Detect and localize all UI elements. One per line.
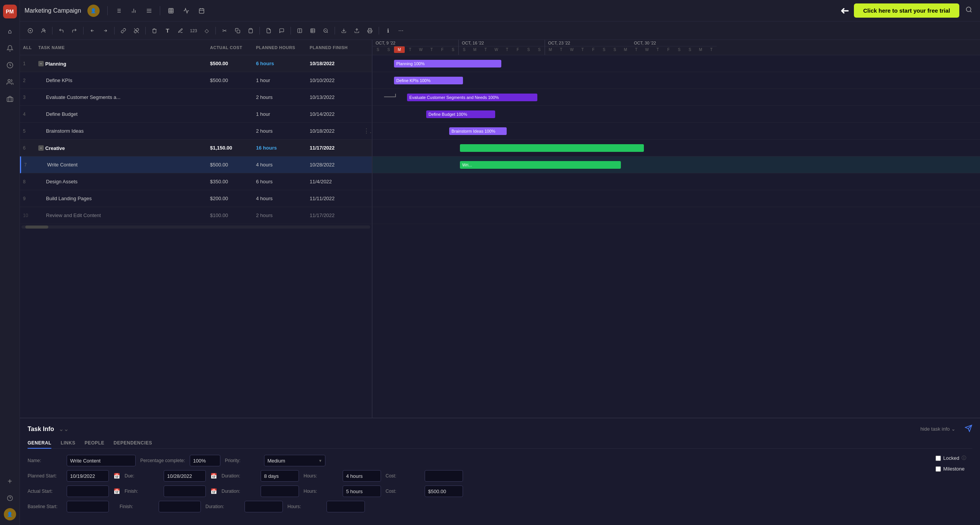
unlink-button[interactable] bbox=[131, 25, 142, 36]
add-task-button[interactable] bbox=[25, 25, 36, 36]
gantt-bar-planning[interactable]: Planning 100% bbox=[394, 60, 501, 67]
finish-input-2[interactable] bbox=[159, 501, 201, 512]
add-person-button[interactable] bbox=[38, 25, 49, 36]
gantt-bar-segments[interactable]: Evaluate Customer Segments and Needs 100… bbox=[407, 94, 537, 101]
col-all[interactable]: ALL bbox=[20, 45, 35, 50]
milestone-checkbox[interactable] bbox=[936, 466, 941, 472]
delete-button[interactable] bbox=[149, 25, 160, 36]
gantt-bar-kpis[interactable]: Define KPIs 100% bbox=[394, 77, 463, 84]
gantt-view-btn[interactable] bbox=[143, 5, 155, 17]
toolbar-divider-6 bbox=[259, 27, 260, 35]
split-view-button[interactable] bbox=[294, 25, 305, 36]
tab-people[interactable]: PEOPLE bbox=[85, 438, 105, 449]
table-button[interactable] bbox=[307, 25, 318, 36]
send-action-icon[interactable] bbox=[965, 425, 972, 433]
zoom-button[interactable] bbox=[320, 25, 332, 36]
table-row[interactable]: 4 Define Budget 1 hour 10/14/2022 bbox=[20, 106, 372, 123]
highlight-button[interactable] bbox=[175, 25, 186, 36]
table-row[interactable]: 6 − Creative $1,150.00 16 hours 11/17/20… bbox=[20, 140, 372, 156]
cut-button[interactable]: ✂ bbox=[219, 25, 230, 36]
diamond-button[interactable]: ◇ bbox=[201, 25, 212, 36]
due-input[interactable] bbox=[164, 470, 206, 482]
activity-view-btn[interactable] bbox=[180, 5, 192, 17]
table-row[interactable]: 2 Define KPIs $500.00 1 hour 10/10/2022 bbox=[20, 72, 372, 89]
locked-checkbox[interactable] bbox=[936, 456, 941, 461]
locked-info-icon[interactable]: ⓘ bbox=[962, 455, 966, 461]
sidebar-item-help[interactable] bbox=[3, 491, 17, 505]
dependency-arrow bbox=[384, 93, 399, 102]
gantt-bar-budget[interactable]: Define Budget 100% bbox=[426, 110, 495, 118]
redo-button[interactable] bbox=[69, 25, 80, 36]
sidebar-item-notifications[interactable] bbox=[3, 41, 17, 55]
actual-start-cal-icon[interactable]: 📅 bbox=[113, 488, 120, 494]
table-row[interactable]: 9 Build Landing Pages $200.00 4 hours 11… bbox=[20, 190, 372, 207]
actual-start-input[interactable] bbox=[67, 486, 109, 497]
sidebar-item-projects[interactable] bbox=[3, 92, 17, 106]
week-label-1: OCT, 9 '22 bbox=[373, 40, 458, 46]
table-row[interactable]: 8 Design Assets $350.00 6 hours 11/4/202… bbox=[20, 173, 372, 190]
copy-button[interactable] bbox=[232, 25, 243, 36]
tab-dependencies[interactable]: DEPENDENCIES bbox=[113, 438, 152, 449]
export-down-button[interactable] bbox=[338, 25, 350, 36]
row-1-hours: 6 hours bbox=[253, 61, 307, 66]
finish-cal-icon-1[interactable]: 📅 bbox=[210, 488, 217, 494]
info-button[interactable]: ℹ bbox=[382, 25, 394, 36]
group-toggle-icon[interactable]: − bbox=[38, 145, 44, 151]
table-row[interactable]: 1 − Planning $500.00 6 hours 10/18/2022 bbox=[20, 55, 372, 72]
hide-task-info-button[interactable]: hide task info ⌄ bbox=[920, 426, 955, 432]
outdent-button[interactable] bbox=[87, 25, 98, 36]
calendar-view-btn[interactable] bbox=[195, 5, 208, 17]
chart-view-btn[interactable] bbox=[128, 5, 140, 17]
undo-button[interactable] bbox=[56, 25, 67, 36]
sidebar-item-home[interactable]: ⌂ bbox=[3, 25, 17, 38]
user-avatar[interactable]: 👤 bbox=[4, 508, 16, 520]
table-row-selected[interactable]: 7 Write Content $500.00 4 hours 10/28/20… bbox=[20, 156, 372, 173]
free-trial-button[interactable]: Click here to start your free trial bbox=[854, 3, 959, 18]
name-input[interactable] bbox=[67, 455, 136, 466]
table-view-btn[interactable] bbox=[165, 5, 177, 17]
sidebar-item-time[interactable] bbox=[3, 58, 17, 72]
duration-input-3[interactable] bbox=[245, 501, 283, 512]
paste-button[interactable] bbox=[245, 25, 256, 36]
toolbar-divider-3 bbox=[114, 27, 115, 35]
priority-select[interactable]: Medium Low High Critical bbox=[264, 455, 325, 466]
search-icon[interactable] bbox=[962, 5, 975, 16]
text-button[interactable]: T bbox=[162, 25, 173, 36]
sidebar-item-people[interactable] bbox=[3, 75, 17, 89]
gantt-row-3: Evaluate Customer Segments and Needs 100… bbox=[373, 89, 980, 106]
indent-button[interactable] bbox=[100, 25, 111, 36]
baseline-start-input[interactable] bbox=[67, 501, 109, 512]
gantt-bar-brainstorm[interactable]: Brainstorm Ideas 100% bbox=[449, 127, 507, 135]
hours-input-1[interactable] bbox=[343, 470, 381, 482]
export-up-button[interactable] bbox=[351, 25, 363, 36]
gantt-bar-write-content[interactable]: Wri... bbox=[460, 161, 621, 169]
comment-button[interactable] bbox=[276, 25, 287, 36]
table-row[interactable]: 3 Evaluate Customer Segments a... 2 hour… bbox=[20, 89, 372, 106]
due-cal-icon[interactable]: 📅 bbox=[210, 473, 217, 479]
tab-general[interactable]: GENERAL bbox=[28, 438, 51, 449]
group-toggle-icon[interactable]: − bbox=[38, 61, 44, 66]
list-view-btn[interactable] bbox=[112, 5, 125, 17]
pct-complete-input[interactable] bbox=[190, 455, 220, 466]
col-task-name: TASK NAME bbox=[35, 45, 207, 50]
print-button[interactable] bbox=[364, 25, 376, 36]
planned-start-cal-icon[interactable]: 📅 bbox=[113, 473, 120, 479]
duration-input-1[interactable] bbox=[261, 470, 299, 482]
gantt-bar-creative[interactable] bbox=[460, 144, 644, 152]
cost-input-1[interactable] bbox=[425, 470, 463, 482]
link-button[interactable] bbox=[118, 25, 129, 36]
cost-input-2[interactable] bbox=[425, 486, 463, 497]
tab-links[interactable]: LINKS bbox=[61, 438, 76, 449]
hours-input-2[interactable] bbox=[343, 486, 381, 497]
finish-input-1[interactable] bbox=[164, 486, 206, 497]
duration-input-2[interactable] bbox=[261, 486, 299, 497]
hours-input-3[interactable] bbox=[327, 501, 365, 512]
note-button[interactable] bbox=[263, 25, 274, 36]
sidebar-item-add[interactable]: + bbox=[3, 474, 17, 488]
more-options-button[interactable]: ··· bbox=[395, 25, 407, 36]
planned-start-input[interactable] bbox=[67, 470, 109, 482]
hash-button[interactable]: 123 bbox=[188, 25, 199, 36]
table-row[interactable]: 5 Brainstorm Ideas 2 hours 10/18/2022 ⋮ bbox=[20, 123, 372, 140]
collapse-arrows[interactable]: ⌄⌄ bbox=[59, 425, 69, 433]
table-row[interactable]: 10 Review and Edit Content $100.00 2 hou… bbox=[20, 207, 372, 224]
